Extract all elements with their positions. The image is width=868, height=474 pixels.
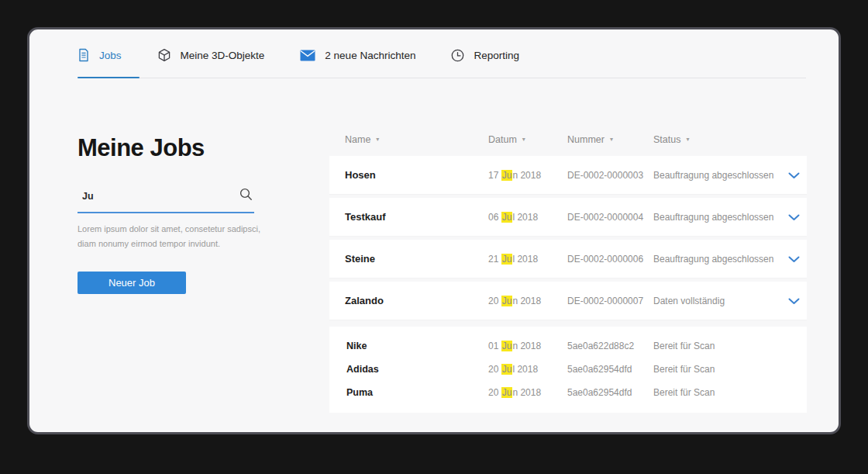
active-tab-underline — [78, 77, 140, 79]
job-status: Beauftragung abgeschlossen — [653, 212, 780, 223]
job-name: Zalando — [329, 295, 488, 306]
table-row[interactable]: Adidas 20 Jul 2018 5ae0a62954dfd Bereit … — [329, 358, 807, 381]
job-number: DE-0002-0000006 — [567, 254, 653, 265]
desktop-background: { "colors": { "accent": "#2e7fc2", "butt… — [0, 0, 868, 474]
job-number: DE-0002-0000007 — [567, 296, 653, 306]
expand-row-button[interactable] — [780, 210, 807, 224]
table-row[interactable]: Nike 01 Jun 2018 5ae0a622d88c2 Bereit fü… — [329, 334, 807, 358]
chevron-down-icon — [788, 210, 800, 224]
job-status: Beauftragung abgeschlossen — [653, 170, 780, 181]
job-status: Bereit für Scan — [653, 364, 780, 375]
job-number: DE-0002-0000003 — [567, 170, 653, 181]
job-number: DE-0002-0000004 — [567, 212, 653, 223]
panel-description-line: Lorem ipsum dolor sit amet, consetetur s… — [78, 222, 270, 237]
tab-label: 2 neue Nachrichten — [325, 50, 415, 61]
tab-label: Jobs — [99, 50, 122, 61]
tab-jobs[interactable]: Jobs — [78, 48, 122, 62]
job-number: 5ae0a62954dfd — [567, 364, 653, 375]
scan-jobs-group: Nike 01 Jun 2018 5ae0a622d88c2 Bereit fü… — [329, 327, 807, 413]
job-date: 01 Jun 2018 — [488, 341, 567, 351]
job-status: Daten vollständig — [653, 296, 780, 306]
table-row[interactable]: Zalando 20 Jun 2018 DE-0002-0000007 Date… — [329, 282, 807, 320]
job-number: 5ae0a622d88c2 — [567, 341, 653, 351]
job-name: Puma — [329, 387, 488, 398]
new-job-button[interactable]: Neuer Job — [78, 272, 186, 294]
tab-label: Reporting — [474, 50, 519, 61]
sort-caret-icon: ▾ — [376, 137, 379, 143]
job-status: Bereit für Scan — [653, 341, 780, 351]
job-name: Nike — [329, 341, 488, 351]
column-header-datum[interactable]: Datum ▾ — [488, 134, 567, 145]
job-date: 17 Jun 2018 — [488, 170, 567, 181]
tab-divider — [78, 78, 806, 78]
search-icon[interactable] — [239, 188, 253, 204]
search-highlight: Ju — [501, 296, 513, 306]
table-row[interactable]: Hosen 17 Jun 2018 DE-0002-0000003 Beauft… — [329, 156, 807, 194]
expand-row-button[interactable] — [780, 168, 807, 182]
app-window: Jobs Meine 3D-Objekte 2 neue Nachrichten — [27, 27, 841, 434]
panel-description-line: diam nonumy eirmod tempor invidunt. — [78, 237, 270, 251]
column-header-nummer[interactable]: Nummer ▾ — [567, 134, 653, 145]
expand-row-button[interactable] — [780, 294, 807, 308]
search-highlight: Ju — [501, 254, 513, 265]
job-date: 20 Jun 2018 — [488, 296, 567, 306]
chevron-down-icon — [788, 294, 800, 308]
sort-caret-icon: ▾ — [686, 137, 689, 143]
tab-meine-3d-objekte[interactable]: Meine 3D-Objekte — [157, 48, 265, 62]
tab-nachrichten[interactable]: 2 neue Nachrichten — [300, 50, 415, 61]
document-icon — [78, 48, 90, 62]
job-search-field[interactable] — [78, 188, 254, 213]
expand-row-button[interactable] — [780, 252, 807, 266]
job-name: Hosen — [329, 169, 488, 181]
job-date: 21 Jul 2018 — [488, 254, 567, 265]
search-highlight: Ju — [501, 387, 513, 398]
search-highlight: Ju — [501, 170, 513, 181]
search-highlight: Ju — [501, 364, 513, 375]
search-input[interactable] — [82, 191, 222, 202]
job-name: Testkauf — [329, 211, 488, 223]
table-row[interactable]: Steine 21 Jul 2018 DE-0002-0000006 Beauf… — [329, 240, 807, 278]
table-row[interactable]: Puma 20 Jun 2018 5ae0a62954dfd Bereit fü… — [329, 381, 807, 404]
job-name: Adidas — [329, 364, 488, 375]
chevron-down-icon — [788, 252, 800, 266]
column-header-name[interactable]: Name ▾ — [329, 134, 488, 145]
page-title: Meine Jobs — [78, 134, 271, 162]
chevron-down-icon — [788, 168, 800, 182]
panel-description: Lorem ipsum dolor sit amet, consetetur s… — [78, 222, 270, 251]
job-status: Beauftragung abgeschlossen — [653, 254, 780, 265]
job-name: Steine — [329, 253, 488, 265]
sort-caret-icon: ▾ — [522, 137, 525, 143]
job-date: 06 Jul 2018 — [488, 212, 567, 223]
search-highlight: Ju — [501, 341, 513, 351]
job-status: Bereit für Scan — [653, 387, 780, 398]
job-date: 20 Jul 2018 — [488, 364, 567, 375]
jobs-table: Name ▾ Datum ▾ Nummer ▾ Status ▾ Hosen 1… — [329, 127, 807, 413]
job-date: 20 Jun 2018 — [488, 387, 567, 398]
sort-caret-icon: ▾ — [610, 137, 613, 143]
table-row[interactable]: Testkauf 06 Jul 2018 DE-0002-0000004 Bea… — [329, 198, 807, 236]
tab-label: Meine 3D-Objekte — [181, 50, 265, 61]
tab-reporting[interactable]: Reporting — [451, 49, 519, 62]
cube-icon — [157, 48, 171, 62]
search-highlight: Ju — [501, 212, 513, 223]
mail-icon — [300, 50, 315, 61]
table-header-row: Name ▾ Datum ▾ Nummer ▾ Status ▾ — [329, 127, 807, 152]
jobs-panel: Meine Jobs Lorem ipsum dolor sit amet, c… — [78, 134, 271, 294]
tab-bar: Jobs Meine 3D-Objekte 2 neue Nachrichten — [78, 48, 806, 62]
column-header-status[interactable]: Status ▾ — [653, 134, 780, 145]
job-number: 5ae0a62954dfd — [567, 387, 653, 398]
clock-icon — [451, 49, 464, 62]
